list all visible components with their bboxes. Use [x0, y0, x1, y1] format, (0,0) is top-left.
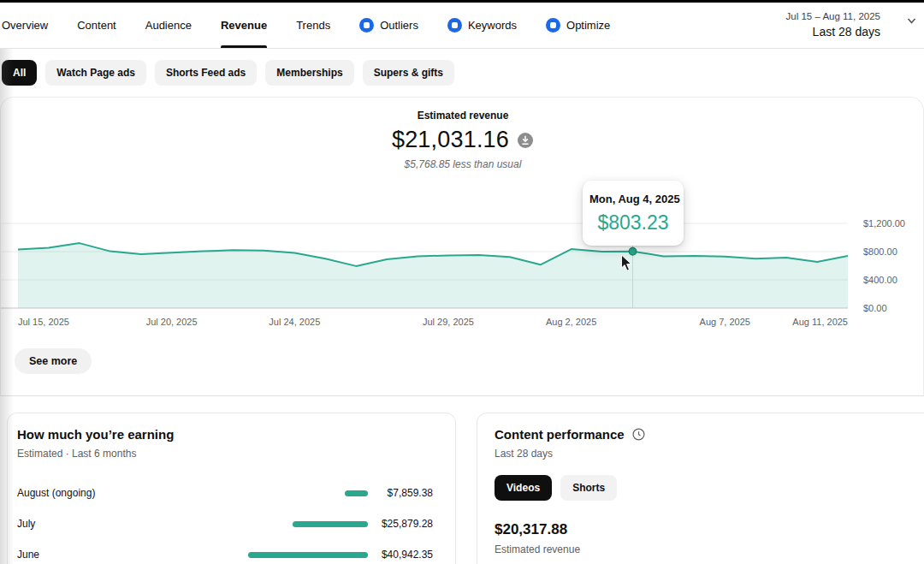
nav-tabs: Overview Content Audience Revenue Trends…	[2, 3, 610, 48]
earnings-bar	[248, 552, 368, 558]
new-feature-icon	[359, 18, 374, 33]
chart-x-axis: Jul 15, 2025Jul 20, 2025Jul 24, 2025Jul …	[1, 317, 848, 330]
earnings-card: How much you’re earning Estimated · Last…	[7, 413, 456, 564]
date-range-preset: Last 28 days	[786, 24, 880, 40]
tab-keywords-label: Keywords	[468, 19, 517, 32]
earnings-row-value: $40,942.35	[375, 549, 433, 561]
filter-chip-all[interactable]: All	[2, 60, 37, 86]
content-card-title: Content performance	[495, 427, 625, 442]
earnings-bar	[345, 490, 368, 496]
tab-content[interactable]: Content	[77, 3, 116, 48]
revenue-chart-card: Estimated revenue $21,031.16 $5,768.85 l…	[0, 97, 924, 396]
see-more-button[interactable]: See more	[15, 348, 92, 374]
summary-metric-value: $21,031.16	[392, 127, 509, 153]
x-tick-label: Jul 29, 2025	[423, 317, 474, 327]
download-icon[interactable]	[517, 132, 534, 149]
mouse-cursor-icon	[620, 254, 633, 276]
tooltip-value: $803.23	[589, 211, 677, 235]
tab-keywords[interactable]: Keywords	[447, 3, 517, 48]
clock-icon	[632, 428, 645, 441]
tab-outliers[interactable]: Outliers	[359, 3, 418, 48]
y-tick-label: $800.00	[863, 246, 897, 257]
earnings-row-june[interactable]: June $40,942.35	[17, 539, 433, 564]
content-card-value-label: Estimated revenue	[495, 543, 921, 555]
tab-trends[interactable]: Trends	[296, 3, 330, 48]
chart-tooltip: Mon, Aug 4, 2025 $803.23	[583, 181, 684, 246]
tab-audience[interactable]: Audience	[145, 3, 192, 48]
tooltip-date: Mon, Aug 4, 2025	[589, 193, 677, 205]
tab-overview[interactable]: Overview	[2, 3, 48, 48]
filter-chip-supers-gifts[interactable]: Supers & gifts	[363, 60, 454, 86]
date-range-text: Jul 15 – Aug 11, 2025	[786, 10, 880, 24]
toggle-shorts[interactable]: Shorts	[560, 475, 617, 501]
earnings-row-label: July	[17, 518, 35, 530]
earnings-row-value: $7,859.38	[375, 487, 433, 499]
x-tick-label: Aug 11, 2025	[792, 317, 848, 327]
earnings-card-subtitle: Estimated · Last 6 months	[17, 448, 433, 460]
earnings-row-label: August (ongoing)	[17, 487, 95, 499]
y-tick-label: $400.00	[863, 275, 897, 285]
summary-metric-label: Estimated revenue	[1, 110, 924, 122]
toggle-videos[interactable]: Videos	[495, 475, 552, 501]
earnings-row-label: June	[17, 549, 39, 561]
summary-comparison-note: $5,768.85 less than usual	[1, 158, 924, 170]
earnings-row-value: $25,879.28	[375, 518, 433, 530]
earnings-row-july[interactable]: July $25,879.28	[17, 508, 433, 539]
filter-chip-shorts-feed-ads[interactable]: Shorts Feed ads	[155, 60, 257, 86]
content-card-value: $20,317.88	[495, 521, 921, 538]
x-tick-label: Aug 2, 2025	[546, 317, 596, 327]
date-range-picker[interactable]: Jul 15 – Aug 11, 2025 Last 28 days	[786, 10, 880, 39]
x-tick-label: Jul 15, 2025	[18, 317, 69, 327]
y-tick-label: $0.00	[863, 303, 887, 313]
tab-outliers-label: Outliers	[380, 19, 418, 32]
x-tick-label: Jul 24, 2025	[269, 317, 320, 327]
earnings-row-august[interactable]: August (ongoing) $7,859.38	[17, 478, 433, 508]
chart-y-axis: $0.00$400.00$800.00$1,200.00	[863, 217, 923, 312]
earnings-bar	[293, 521, 368, 527]
content-format-toggle: Videos Shorts	[495, 475, 921, 501]
filter-chip-memberships[interactable]: Memberships	[265, 60, 353, 86]
new-feature-icon	[546, 18, 560, 33]
revenue-filter-chips: All Watch Page ads Shorts Feed ads Membe…	[2, 60, 454, 86]
tab-optimize-label: Optimize	[566, 19, 610, 32]
x-tick-label: Jul 20, 2025	[146, 317, 198, 327]
revenue-line-chart[interactable]	[1, 217, 848, 312]
nav-right: Jul 15 – Aug 11, 2025 Last 28 days	[786, 3, 924, 48]
earnings-card-title: How much you’re earning	[17, 427, 433, 442]
x-tick-label: Aug 7, 2025	[700, 317, 750, 327]
new-feature-icon	[447, 18, 462, 33]
revenue-summary: Estimated revenue $21,031.16 $5,768.85 l…	[1, 110, 924, 170]
tab-revenue[interactable]: Revenue	[221, 3, 267, 48]
analytics-nav: Overview Content Audience Revenue Trends…	[0, 3, 924, 49]
content-performance-card: Content performance Last 28 days Videos …	[477, 413, 924, 564]
earnings-rows: August (ongoing) $7,859.38 July $25,879.…	[17, 478, 433, 564]
filter-chip-watch-page-ads[interactable]: Watch Page ads	[45, 60, 146, 86]
content-card-subtitle: Last 28 days	[495, 448, 921, 460]
tab-optimize[interactable]: Optimize	[546, 3, 610, 48]
chevron-down-icon[interactable]	[906, 15, 917, 30]
y-tick-label: $1,200.00	[863, 218, 905, 229]
